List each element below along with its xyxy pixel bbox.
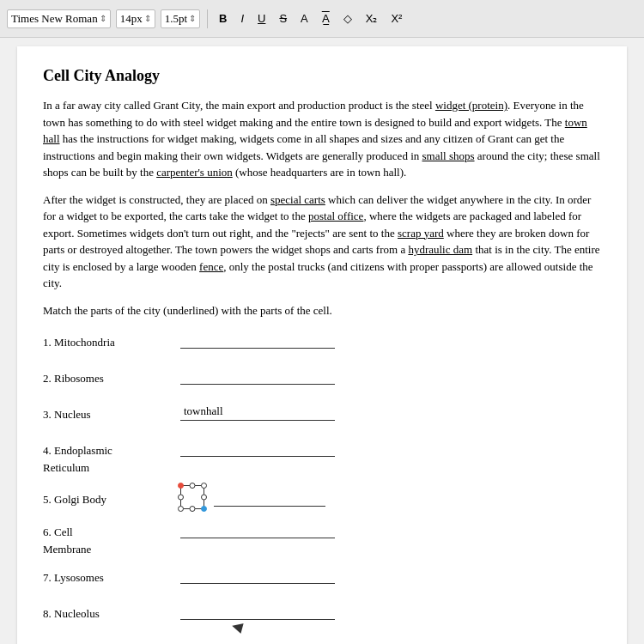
match-term-7: Lysosomes <box>54 571 104 584</box>
line-spacing-label: 1.5pt <box>165 12 187 26</box>
match-input-area-1[interactable] <box>180 331 352 349</box>
italic-button[interactable]: I <box>236 10 248 27</box>
match-term-8: Nucleolus <box>54 607 100 620</box>
font-size-label: 14px <box>120 12 143 26</box>
match-input-6[interactable] <box>180 520 335 538</box>
superscript-button[interactable]: X² <box>386 10 406 27</box>
font-size-chevron: ⇕ <box>144 14 151 23</box>
document-area: Cell City Analogy In a far away city cal… <box>17 46 627 644</box>
handle-bm[interactable] <box>190 506 196 512</box>
subscript-button[interactable]: X₂ <box>361 10 382 27</box>
paragraph-2: After the widget is constructed, they ar… <box>43 191 601 292</box>
match-input-area-8[interactable]: ▶ <box>180 602 352 620</box>
match-term-5: Golgi Body <box>54 493 106 506</box>
match-number-2: 2. <box>43 372 54 385</box>
toolbar-divider-1 <box>207 9 208 28</box>
match-item-7: 7. Lysosomes <box>43 566 601 593</box>
line-spacing-chevron: ⇕ <box>189 14 196 23</box>
match-number-5: 5. <box>43 493 54 506</box>
underline-hydraulicdam: hydraulic dam <box>408 243 472 256</box>
match-item-1: 1. Mitochondria <box>43 331 601 358</box>
handle-bl[interactable] <box>178 506 184 512</box>
handle-tl[interactable] <box>178 483 184 489</box>
match-label-4: 4. EndoplasmicReticulum <box>43 439 180 476</box>
match-item-4: 4. EndoplasmicReticulum <box>43 439 601 476</box>
match-term-4: EndoplasmicReticulum <box>43 444 112 474</box>
font-color-label: A <box>301 12 308 25</box>
match-input-2[interactable] <box>180 367 335 385</box>
match-item-3: 3. Nucleus <box>43 403 601 430</box>
match-input-8[interactable] <box>180 602 335 620</box>
match-instruction: Match the parts of the city (underlined)… <box>43 302 601 319</box>
underline-carpenters: carpenter's union <box>156 166 233 179</box>
match-term-3: Nucleus <box>54 408 91 421</box>
match-list: 1. Mitochondria 2. Ribosomes <box>43 331 601 629</box>
match-item-8: 8. Nucleolus ▶ <box>43 602 601 629</box>
match-input-area-6[interactable] <box>180 520 352 538</box>
font-name-selector[interactable]: Times New Roman ⇕ <box>7 9 111 28</box>
line-spacing-dropdown[interactable]: 1.5pt ⇕ <box>161 9 200 28</box>
font-size-selector[interactable]: 14px ⇕ <box>116 9 155 28</box>
match-input-3[interactable] <box>180 403 335 421</box>
strikethrough-button[interactable]: S <box>275 10 291 27</box>
underline-widget: widget (protein) <box>435 99 507 112</box>
handle-br[interactable] <box>201 506 207 512</box>
line-spacing-selector[interactable]: 1.5pt ⇕ <box>161 9 200 28</box>
match-label-7: 7. Lysosomes <box>43 566 180 586</box>
paint-bucket-button[interactable]: ◇ <box>339 10 356 27</box>
match-label-6: 6. CellMembrane <box>43 520 180 557</box>
match-number-1: 1. <box>43 336 54 349</box>
font-name-dropdown[interactable]: Times New Roman ⇕ <box>7 9 111 28</box>
match-input-area-7[interactable] <box>180 566 352 584</box>
match-number-6: 6. <box>43 526 54 538</box>
match-item-6: 6. CellMembrane <box>43 520 601 557</box>
underline-fence: fence <box>199 260 223 273</box>
match-input-5[interactable] <box>214 489 325 507</box>
match-item-5: 5. Golgi Body <box>43 484 601 512</box>
underline-smallshops: small shops <box>422 149 475 162</box>
font-color-button[interactable]: A <box>296 10 313 27</box>
highlight-button[interactable]: A̲ <box>318 10 334 27</box>
match-label-3: 3. Nucleus <box>43 403 180 423</box>
document-title: Cell City Analogy <box>43 67 601 85</box>
match-label-5: 5. Golgi Body <box>43 488 180 508</box>
match-input-area-2[interactable] <box>180 367 352 385</box>
font-size-dropdown[interactable]: 14px ⇕ <box>116 9 155 28</box>
match-number-7: 7. <box>43 571 54 584</box>
handle-tm[interactable] <box>190 483 196 489</box>
toolbar: Times New Roman ⇕ 14px ⇕ 1.5pt ⇕ B I U S… <box>0 0 644 38</box>
match-input-7[interactable] <box>180 566 335 584</box>
match-term-1: Mitochondria <box>54 336 115 349</box>
match-input-4[interactable] <box>180 439 335 457</box>
bold-button[interactable]: B <box>215 10 231 27</box>
underline-townhall: town hall <box>43 116 587 146</box>
match-input-area-3[interactable] <box>180 403 352 421</box>
match-label-2: 2. Ribosomes <box>43 367 180 387</box>
match-number-4: 4. <box>43 444 54 457</box>
match-input-area-5[interactable] <box>180 485 352 511</box>
match-number-3: 3. <box>43 408 54 421</box>
handle-mr[interactable] <box>201 495 207 501</box>
match-input-1[interactable] <box>180 331 335 349</box>
match-label-8: 8. Nucleolus <box>43 602 180 623</box>
paragraph-1: In a far away city called Grant City, th… <box>43 97 601 181</box>
underline-specialcarts: special carts <box>270 193 325 206</box>
document-body: In a far away city called Grant City, th… <box>43 97 601 629</box>
handle-tr[interactable] <box>201 483 207 489</box>
font-name-label: Times New Roman <box>11 12 98 26</box>
underline-button[interactable]: U <box>253 10 270 27</box>
handle-ml[interactable] <box>178 495 184 501</box>
match-number-8: 8. <box>43 607 54 620</box>
underline-scrapyard: scrap yard <box>398 227 444 240</box>
underline-postaloffice: postal office <box>308 210 363 222</box>
match-term-2: Ribosomes <box>54 372 104 385</box>
match-section: Match the parts of the city (underlined)… <box>43 302 601 630</box>
highlight-label: A̲ <box>322 12 330 25</box>
match-item-2: 2. Ribosomes <box>43 367 601 394</box>
font-name-chevron: ⇕ <box>100 14 106 23</box>
match-label-1: 1. Mitochondria <box>43 331 180 351</box>
match-input-area-4[interactable] <box>180 439 352 457</box>
textbox-widget[interactable] <box>180 485 204 509</box>
